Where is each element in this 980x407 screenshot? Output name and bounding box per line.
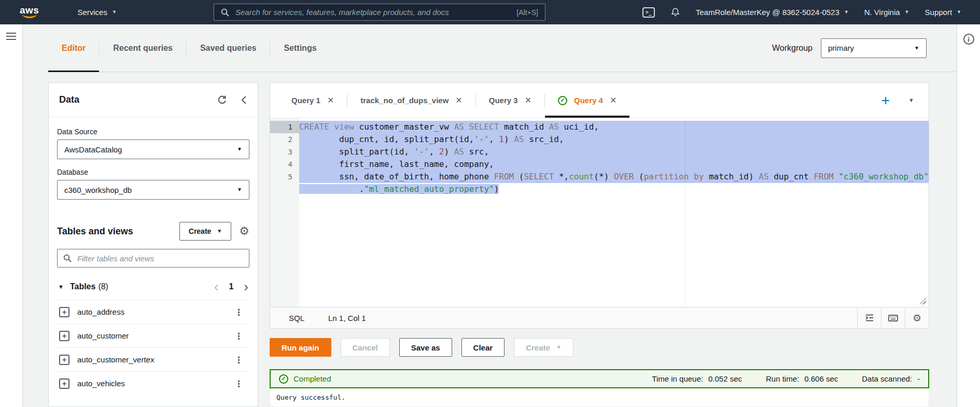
new-query-tab-icon[interactable]: + [881, 93, 890, 108]
cloudshell-icon[interactable]: >_ [642, 7, 655, 18]
table-row[interactable]: +auto_customer_vertex⋮ [57, 347, 249, 371]
query-tab-3[interactable]: Query 3 ✕ [476, 83, 544, 118]
code-line: 3 split_part(id, '-', 2) AS src, [270, 146, 929, 158]
services-menu[interactable]: Services ▼ [77, 8, 116, 17]
page-previous-icon[interactable]: ‹ [214, 280, 219, 293]
kebab-menu-icon[interactable]: ⋮ [230, 355, 247, 365]
collapse-panel-icon[interactable] [240, 95, 247, 105]
page-next-icon[interactable]: › [244, 280, 248, 293]
create-dropdown-button: Create ▼ [514, 338, 573, 357]
workgroup-select[interactable]: primary ▼ [821, 38, 927, 58]
tab-editor[interactable]: Editor [48, 24, 99, 72]
tab-saved-queries[interactable]: Saved queries [187, 24, 270, 72]
workgroup-label: Workgroup [772, 44, 813, 53]
run-time-label: Run time: [766, 374, 799, 383]
info-icon[interactable]: i [963, 34, 974, 45]
language-label: SQL [289, 314, 304, 322]
expand-table-icon[interactable]: + [59, 378, 69, 389]
close-icon[interactable]: ✕ [610, 95, 617, 105]
athena-nav-tabs: Editor Recent queries Saved queries Sett… [48, 24, 957, 72]
chevron-down-icon: ▼ [914, 46, 919, 51]
data-scanned-label: Data scanned: [862, 374, 912, 383]
table-row[interactable]: +auto_customer⋮ [57, 324, 249, 347]
query-action-buttons: Run again Cancel Save as Clear Create ▼ [270, 338, 929, 357]
cancel-button: Cancel [341, 338, 390, 357]
kebab-menu-icon[interactable]: ⋮ [230, 307, 247, 317]
sql-code-editor[interactable]: 1CREATE view customer_master_vw AS SELEC… [270, 118, 929, 307]
aws-logo[interactable]: aws [20, 6, 39, 18]
tables-group-title: Tables [70, 282, 96, 291]
chevron-down-icon: ▼ [237, 147, 242, 152]
region-menu[interactable]: N. Virginia ▼ [864, 8, 909, 17]
tables-list: +auto_address⋮+auto_customer⋮+auto_custo… [57, 300, 249, 395]
expand-table-icon[interactable]: + [59, 331, 69, 341]
chevron-down-icon: ▼ [217, 229, 222, 234]
editor-settings-gear-icon[interactable]: ⚙ [905, 307, 929, 328]
database-select[interactable]: c360_workshop_db ▼ [57, 180, 249, 200]
chevron-down-icon: ▼ [957, 10, 961, 15]
kebab-menu-icon[interactable]: ⋮ [230, 331, 247, 341]
table-row[interactable]: +auto_address⋮ [57, 300, 249, 324]
account-menu[interactable]: TeamRole/MasterKey @ 8362-5024-0523 ▼ [696, 8, 849, 17]
query-tab-1[interactable]: Query 1 ✕ [278, 83, 347, 118]
chevron-down-icon: ▼ [844, 10, 849, 15]
search-shortcut: [Alt+S] [516, 8, 538, 17]
time-in-queue-label: Time in queue: [652, 374, 703, 383]
code-lines: 1CREATE view customer_master_vw AS SELEC… [270, 118, 929, 195]
keyboard-shortcuts-icon[interactable] [881, 307, 905, 328]
clear-button[interactable]: Clear [461, 338, 505, 357]
tab-settings[interactable]: Settings [270, 24, 330, 72]
search-icon [63, 254, 72, 262]
editor-resize-handle[interactable] [919, 298, 926, 304]
format-query-icon[interactable] [857, 307, 881, 328]
query-tab-4[interactable]: ✓ Query 4 ✕ [545, 83, 629, 118]
hamburger-menu-icon[interactable] [6, 33, 16, 407]
search-input[interactable] [234, 7, 511, 17]
completed-check-icon: ✓ [279, 374, 288, 384]
create-button[interactable]: Create ▼ [179, 222, 232, 241]
query-output-message: Query successful. [270, 388, 929, 407]
page-number: 1 [229, 282, 233, 291]
expand-table-icon[interactable]: + [59, 307, 69, 317]
query-tab-2[interactable]: track_no_of_dups_view ✕ [347, 83, 475, 118]
expand-table-icon[interactable]: + [59, 355, 69, 365]
run-again-button[interactable]: Run again [270, 338, 331, 357]
data-source-label: Data Source [57, 128, 249, 136]
code-line: 4 first_name, last_name, company, [270, 158, 929, 171]
success-check-icon: ✓ [558, 96, 567, 105]
tables-and-views-title: Tables and views [57, 226, 179, 237]
refresh-icon[interactable] [217, 94, 228, 105]
print-margin-line [685, 118, 685, 307]
data-source-select[interactable]: AwsDataCatalog ▼ [57, 139, 249, 159]
query-editor-section: Query 1 ✕ track_no_of_dups_view ✕ Query … [270, 82, 929, 407]
code-line: 1CREATE view customer_master_vw AS SELEC… [270, 121, 929, 133]
filter-tables-input[interactable] [76, 254, 243, 263]
close-icon[interactable]: ✕ [455, 95, 462, 105]
tab-recent-queries[interactable]: Recent queries [100, 24, 186, 72]
line-number [270, 183, 299, 195]
aws-logo-smile [22, 13, 37, 18]
tab-list-dropdown-icon[interactable]: ▼ [908, 97, 914, 103]
notifications-bell-icon[interactable] [670, 7, 680, 18]
editor-status-bar: SQL Ln 1, Col 1 ⚙ [270, 307, 929, 328]
close-icon[interactable]: ✕ [327, 95, 334, 105]
data-panel-title: Data [59, 94, 217, 105]
table-name: auto_address [77, 307, 230, 316]
tables-group-caret-icon[interactable]: ▼ [58, 284, 64, 290]
close-icon[interactable]: ✕ [525, 95, 531, 105]
chevron-down-icon: ▼ [556, 345, 562, 350]
support-menu[interactable]: Support ▼ [925, 8, 961, 17]
line-number: 3 [270, 146, 299, 158]
right-rail: i [957, 24, 980, 407]
run-time-value: 0.606 sec [804, 374, 838, 383]
kebab-menu-icon[interactable]: ⋮ [230, 378, 247, 389]
top-navigation-bar: aws Services ▼ [Alt+S] >_ TeamRole/Maste… [0, 0, 980, 24]
line-number: 4 [270, 158, 299, 171]
line-number: 2 [270, 133, 299, 146]
save-as-button[interactable]: Save as [399, 338, 452, 357]
completed-status-label: Completed [293, 374, 331, 383]
table-row[interactable]: +auto_vehicles⋮ [57, 371, 249, 395]
global-search: [Alt+S] [214, 4, 545, 21]
gear-icon[interactable]: ⚙ [239, 226, 249, 237]
code-line: ."ml_matched_auto_property") [270, 183, 929, 195]
